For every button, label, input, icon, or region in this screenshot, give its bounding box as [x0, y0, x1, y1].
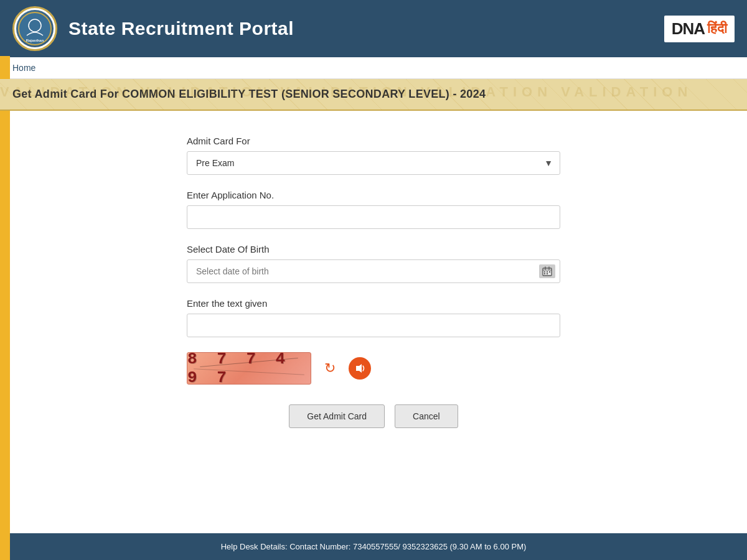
- audio-captcha-icon[interactable]: [349, 357, 371, 380]
- site-footer: Help Desk Details: Contact Number: 73405…: [0, 533, 747, 560]
- header-left: Rajasthan State Recruitment Portal: [12, 6, 294, 51]
- footer-text: Help Desk Details: Contact Number: 73405…: [221, 542, 527, 551]
- logo-inner: Rajasthan: [16, 10, 54, 47]
- svg-text:Rajasthan: Rajasthan: [26, 39, 44, 42]
- main-content: Admit Card For Pre Exam Main Exam ▼ Ente…: [0, 111, 747, 533]
- yellow-accent-bar: [0, 56, 10, 560]
- header-title: State Recruitment Portal: [68, 18, 294, 39]
- cancel-button[interactable]: Cancel: [395, 404, 458, 428]
- application-no-label: Enter Application No.: [187, 190, 560, 200]
- admit-card-select-wrapper: Pre Exam Main Exam ▼: [187, 151, 560, 175]
- captcha-image: 8 7 7 4 9 7: [187, 352, 311, 385]
- home-link[interactable]: Home: [12, 63, 35, 73]
- dob-input-wrapper: [187, 259, 560, 283]
- svg-rect-11: [547, 273, 548, 274]
- dob-label: Select Date Of Birth: [187, 244, 560, 254]
- page-banner: Get Admit Card For COMMON ELIGIBILITY TE…: [0, 79, 747, 111]
- captcha-text-group: Enter the text given: [187, 298, 560, 337]
- captcha-code: 8 7 7 4 9 7: [187, 352, 311, 385]
- svg-rect-10: [544, 273, 545, 274]
- dna-logo: DNA हिंदी: [664, 16, 735, 42]
- captcha-input[interactable]: [187, 314, 560, 337]
- hindi-text: हिंदी: [707, 21, 727, 37]
- admit-card-select[interactable]: Pre Exam Main Exam: [187, 151, 560, 175]
- form-container: Admit Card For Pre Exam Main Exam ▼ Ente…: [187, 136, 560, 428]
- button-row: Get Admit Card Cancel: [187, 404, 560, 428]
- nav-bar: Home: [0, 57, 747, 79]
- dob-input[interactable]: [187, 259, 560, 283]
- svg-rect-8: [547, 271, 548, 273]
- application-no-group: Enter Application No.: [187, 190, 560, 229]
- site-logo: Rajasthan: [12, 6, 57, 51]
- application-no-input[interactable]: [187, 205, 560, 229]
- svg-rect-7: [544, 271, 545, 273]
- refresh-captcha-icon[interactable]: ↻: [319, 357, 341, 380]
- calendar-icon[interactable]: [539, 264, 555, 278]
- dob-group: Select Date Of Birth: [187, 244, 560, 283]
- get-admit-card-button[interactable]: Get Admit Card: [289, 404, 385, 428]
- dna-text: DNA: [672, 19, 705, 39]
- captcha-row: 8 7 7 4 9 7 ↻: [187, 352, 560, 385]
- svg-rect-9: [549, 271, 550, 273]
- captcha-label: Enter the text given: [187, 298, 560, 309]
- admit-card-for-group: Admit Card For Pre Exam Main Exam ▼: [187, 136, 560, 175]
- svg-marker-12: [356, 364, 362, 373]
- admit-card-for-label: Admit Card For: [187, 136, 560, 146]
- site-header: Rajasthan State Recruitment Portal DNA ह…: [0, 0, 747, 57]
